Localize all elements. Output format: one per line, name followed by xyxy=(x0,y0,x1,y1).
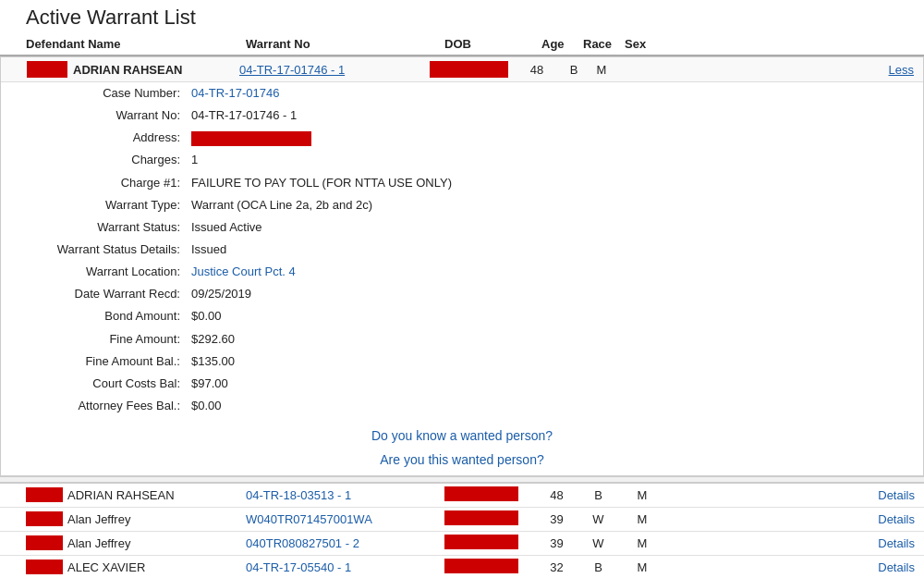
list-row: Alan Jeffrey 040TR080827501 - 2 39 W M D… xyxy=(0,531,924,555)
dob-redblock xyxy=(444,559,518,573)
page-title: Active Warrant List xyxy=(0,0,924,33)
less-link[interactable]: Less xyxy=(889,63,914,77)
sex-cell: M xyxy=(619,555,665,578)
wanted-section: Do you know a wanted person? Are you thi… xyxy=(1,417,923,475)
details-table: Case Number: 04-TR-17-01746 Warrant No: … xyxy=(1,82,923,475)
detail-attorney-fees: Attorney Fees Bal.: $0.00 xyxy=(1,395,923,417)
col-dob: DOB xyxy=(439,33,536,55)
detail-court-costs: Court Costs Bal: $97.00 xyxy=(1,373,923,395)
dob-redblock xyxy=(444,486,518,501)
name-cell: Alan Jeffrey xyxy=(26,511,235,526)
col-sex: Sex xyxy=(619,33,665,55)
detail-charges: Charges: 1 xyxy=(1,149,923,171)
col-age: Age xyxy=(536,33,578,55)
detail-warrant-status-details: Warrant Status Details: Issued xyxy=(1,239,923,261)
dob-redblock xyxy=(444,510,518,525)
warrant-no-link[interactable]: 04-TR-18-03513 - 1 xyxy=(246,488,351,502)
wanted-person-link[interactable]: Do you know a wanted person? xyxy=(371,428,553,443)
details-link[interactable]: Details xyxy=(878,488,915,502)
row-redblock xyxy=(26,535,63,550)
detail-date-recd: Date Warrant Recd: 09/25/2019 xyxy=(1,283,923,305)
detail-charge1: Charge #1: FAILURE TO PAY TOLL (FOR NTTA… xyxy=(1,172,923,194)
address-redblock xyxy=(191,131,311,146)
expanded-age: 48 xyxy=(514,63,560,77)
warrant-no-link[interactable]: 040TR080827501 - 2 xyxy=(246,536,359,550)
warrant-location-link[interactable]: Justice Court Pct. 4 xyxy=(191,264,296,278)
age-cell: 39 xyxy=(536,507,578,531)
case-number-link[interactable]: 04-TR-17-01746 xyxy=(191,86,279,100)
sex-cell: M xyxy=(619,483,665,508)
details-link[interactable]: Details xyxy=(878,560,915,574)
warrant-no-link[interactable]: W040TR071457001WA xyxy=(246,512,372,526)
defendant-name: Alan Jeffrey xyxy=(67,536,130,550)
col-race: Race xyxy=(578,33,619,55)
defendant-name: ADRIAN RAHSEAN xyxy=(67,488,175,502)
race-cell: W xyxy=(578,531,619,555)
expanded-header: ADRIAN RAHSEAN 04-TR-17-01746 - 1 48 B M… xyxy=(1,57,923,82)
list-row: Alan Jeffrey W040TR071457001WA 39 W M De… xyxy=(0,507,924,531)
detail-bond-amount: Bond Amount: $0.00 xyxy=(1,305,923,327)
age-cell: 48 xyxy=(536,483,578,508)
detail-warrant-location: Warrant Location: Justice Court Pct. 4 xyxy=(1,261,923,283)
expanded-dob-block xyxy=(430,61,508,78)
name-cell: Alan Jeffrey xyxy=(26,535,235,550)
age-cell: 32 xyxy=(536,555,578,578)
details-link[interactable]: Details xyxy=(878,512,915,526)
expanded-row: ADRIAN RAHSEAN 04-TR-17-01746 - 1 48 B M… xyxy=(0,55,924,477)
list-row: ALEC XAVIER 04-TR-17-05540 - 1 32 B M De… xyxy=(0,555,924,578)
details-link[interactable]: Details xyxy=(878,536,915,550)
name-cell: ADRIAN RAHSEAN xyxy=(26,487,235,502)
col-action xyxy=(665,33,924,55)
row-redblock xyxy=(26,511,63,526)
race-cell: W xyxy=(578,507,619,531)
race-cell: B xyxy=(578,555,619,578)
detail-case-number: Case Number: 04-TR-17-01746 xyxy=(1,82,923,105)
col-warrant-no: Warrant No xyxy=(240,33,439,55)
defendant-redblock xyxy=(27,61,67,78)
sex-cell: M xyxy=(619,531,665,555)
table-header: Defendant Name Warrant No DOB Age Race S… xyxy=(0,33,924,55)
warrant-no-link[interactable]: 04-TR-17-05540 - 1 xyxy=(246,560,351,574)
defendant-name: ALEC XAVIER xyxy=(67,560,145,574)
detail-warrant-status: Warrant Status: Issued Active xyxy=(1,216,923,239)
detail-warrant-type: Warrant Type: Warrant (OCA Line 2a, 2b a… xyxy=(1,194,923,216)
expanded-defendant-name: ADRIAN RAHSEAN xyxy=(73,63,239,77)
detail-fine-amount-bal: Fine Amount Bal.: $135.00 xyxy=(1,350,923,373)
expanded-race: B xyxy=(560,63,588,77)
name-cell: ALEC XAVIER xyxy=(26,560,235,574)
expanded-sex: M xyxy=(588,63,615,77)
detail-warrant-no: Warrant No: 04-TR-17-01746 - 1 xyxy=(1,105,923,127)
row-redblock xyxy=(26,487,63,502)
col-defendant: Defendant Name xyxy=(0,33,240,55)
defendant-name: Alan Jeffrey xyxy=(67,512,130,526)
detail-fine-amount: Fine Amount: $292.60 xyxy=(1,328,923,350)
detail-address: Address: xyxy=(1,127,923,149)
wanted-self-link[interactable]: Are you this wanted person? xyxy=(380,452,543,467)
dob-redblock xyxy=(444,535,518,549)
race-cell: B xyxy=(578,483,619,508)
sex-cell: M xyxy=(619,507,665,531)
list-row: ADRIAN RAHSEAN 04-TR-18-03513 - 1 48 B M… xyxy=(0,483,924,508)
expanded-warrant-link[interactable]: 04-TR-17-01746 - 1 xyxy=(239,63,424,77)
age-cell: 39 xyxy=(536,531,578,555)
row-redblock xyxy=(26,560,63,574)
